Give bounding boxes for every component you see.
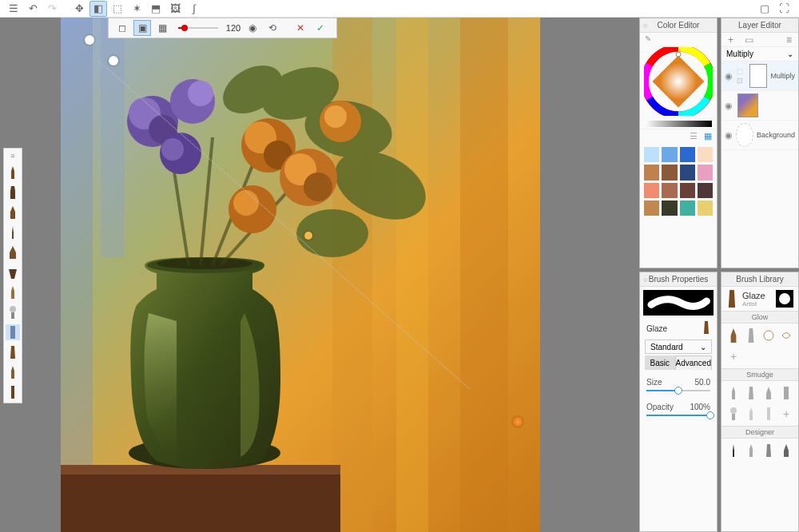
brush-slot-6[interactable] <box>6 264 20 280</box>
layer-row-1[interactable]: ◉ ⬚⊡ Multiply <box>721 62 798 91</box>
color-swatch[interactable] <box>698 147 713 162</box>
brush-slot-10[interactable] <box>6 344 20 360</box>
category-glow[interactable]: Glow <box>721 311 798 324</box>
category-smudge[interactable]: Smudge <box>721 368 798 381</box>
eyedropper-icon[interactable]: ✎ <box>645 34 651 43</box>
lib-brush[interactable] <box>761 384 776 402</box>
lock-icon[interactable]: ⬚ <box>737 67 746 75</box>
layer-row-3[interactable]: ◉ Background <box>721 121 798 150</box>
brush-slot-3[interactable] <box>6 204 20 220</box>
brush-slot-1[interactable] <box>6 165 20 181</box>
color-wheel[interactable] <box>644 47 713 116</box>
visibility-icon[interactable]: ◉ <box>725 101 734 111</box>
color-swatch[interactable] <box>680 165 695 180</box>
ruler-mode-3-icon[interactable]: ▦ <box>153 20 171 36</box>
curve-tool-icon[interactable]: ∫ <box>185 1 203 17</box>
fill-icon[interactable]: ◉ <box>244 20 261 36</box>
brush-name-label: Glaze <box>646 324 667 333</box>
ruler-handle-start[interactable] <box>85 35 94 45</box>
fullscreen-icon[interactable]: ⛶ <box>775 1 793 17</box>
crop-tool-icon[interactable]: ⬒ <box>147 1 165 17</box>
add-layer-icon[interactable]: + <box>728 34 733 46</box>
cancel-icon[interactable]: ✕ <box>292 20 309 36</box>
lib-brush[interactable] <box>726 384 741 402</box>
lib-brush[interactable] <box>744 327 758 344</box>
add-brush-icon[interactable]: + <box>726 347 741 365</box>
menu-icon[interactable]: ☰ <box>5 1 22 17</box>
color-swatch[interactable] <box>662 183 677 198</box>
lib-brush[interactable] <box>726 442 741 459</box>
color-swatch[interactable] <box>680 200 695 216</box>
color-swatch[interactable] <box>662 165 677 180</box>
color-swatch[interactable] <box>644 200 659 216</box>
color-swatch[interactable] <box>680 147 695 162</box>
color-swatch[interactable] <box>644 183 659 198</box>
lib-brush[interactable] <box>744 384 758 402</box>
brush-slot-5[interactable] <box>6 244 20 260</box>
color-swatch[interactable] <box>644 147 659 162</box>
brush-slot-11[interactable] <box>6 364 20 380</box>
brush-slot-4[interactable] <box>6 224 20 240</box>
redo-icon[interactable]: ↷ <box>43 1 61 17</box>
visibility-icon[interactable]: ◉ <box>725 130 733 141</box>
svg-rect-2 <box>101 18 125 257</box>
lib-brush[interactable] <box>761 405 776 423</box>
ruler-size-slider[interactable] <box>178 27 218 29</box>
swatch-view-list-icon[interactable]: ☰ <box>690 131 698 141</box>
color-swatch[interactable] <box>698 183 713 198</box>
tab-advanced[interactable]: Advanced <box>675 355 712 370</box>
blend-mode-dropdown[interactable]: Multiply ⌄ <box>721 47 798 62</box>
lib-brush[interactable] <box>779 384 793 402</box>
category-designer[interactable]: Designer <box>721 426 798 439</box>
symmetry-tool-icon[interactable]: ✶ <box>128 1 145 17</box>
swatch-view-grid-icon[interactable]: ▦ <box>704 131 712 141</box>
layer-options-icon[interactable]: ≡ <box>786 34 792 46</box>
add-brush-icon[interactable]: + <box>779 405 793 423</box>
opacity-slider[interactable] <box>646 415 710 416</box>
lib-brush[interactable] <box>744 442 758 459</box>
move-tool-icon[interactable]: ✥ <box>70 1 88 17</box>
size-slider[interactable] <box>646 390 710 391</box>
brush-dock: ≡ <box>3 148 22 403</box>
eraser-tool-icon[interactable]: ⬚ <box>109 1 126 17</box>
ruler-mode-1-icon[interactable]: ◻ <box>113 20 131 36</box>
value-slider[interactable] <box>645 121 712 127</box>
color-swatch[interactable] <box>698 200 713 216</box>
ruler-handle-end[interactable] <box>513 417 523 427</box>
color-swatch[interactable] <box>680 183 695 198</box>
brush-slot-12[interactable] <box>6 384 20 400</box>
ruler-handle-start-2[interactable] <box>109 56 118 66</box>
lib-brush[interactable] <box>761 442 776 459</box>
color-swatch[interactable] <box>698 165 713 180</box>
ruler-handle-center[interactable] <box>304 232 312 240</box>
pin-icon[interactable]: ○ <box>643 276 647 284</box>
lib-brush[interactable] <box>761 327 776 344</box>
color-swatch[interactable] <box>662 147 677 162</box>
tab-basic[interactable]: Basic <box>645 355 675 370</box>
brush-slot-9[interactable] <box>6 324 20 340</box>
lib-brush[interactable] <box>779 327 793 344</box>
brush-slot-2[interactable] <box>6 185 20 200</box>
reset-icon[interactable]: ⟲ <box>264 20 281 36</box>
lib-brush[interactable] <box>744 405 758 423</box>
undo-icon[interactable]: ↶ <box>24 1 42 17</box>
lib-brush[interactable] <box>726 405 741 423</box>
confirm-icon[interactable]: ✓ <box>312 20 329 36</box>
layer-row-2[interactable]: ◉ <box>721 91 798 121</box>
brush-slot-7[interactable] <box>6 284 20 300</box>
color-swatch[interactable] <box>662 200 677 216</box>
image-tool-icon[interactable]: 🖼 <box>166 1 184 17</box>
brush-slot-8[interactable] <box>6 304 20 320</box>
ruler-tool-icon[interactable]: ◧ <box>89 1 107 17</box>
lib-brush[interactable] <box>779 442 793 459</box>
color-swatch[interactable] <box>644 165 659 180</box>
lib-brush[interactable] <box>726 327 741 344</box>
pin-icon[interactable]: ○ <box>643 22 647 30</box>
canvas[interactable] <box>61 18 540 532</box>
brush-dock-handle-icon[interactable]: ≡ <box>4 151 22 161</box>
layout-icon[interactable]: ▢ <box>756 1 773 17</box>
ruler-mode-2-icon[interactable]: ▣ <box>133 20 151 36</box>
layer-menu-icon[interactable]: ▭ <box>745 34 753 46</box>
brush-type-dropdown[interactable]: Standard ⌄ <box>645 339 712 354</box>
visibility-icon[interactable]: ◉ <box>725 71 733 81</box>
